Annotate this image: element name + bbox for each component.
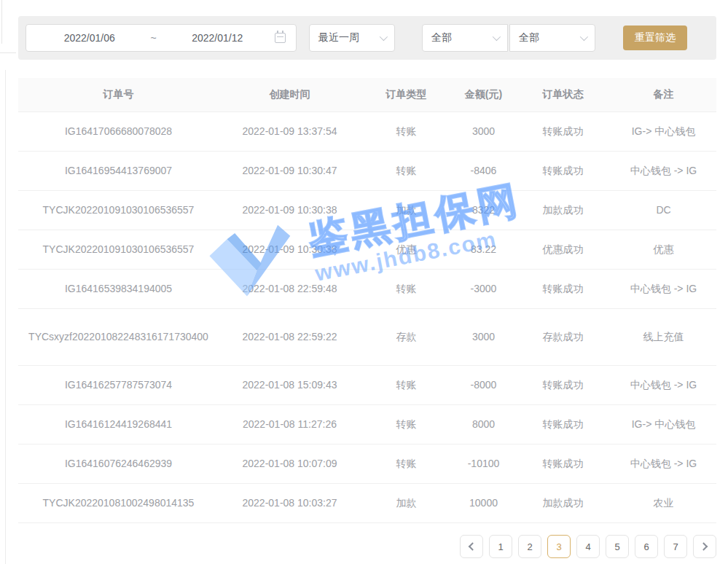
date-range-picker[interactable]: 2022/01/06 ~ 2022/01/12 (26, 24, 297, 52)
page-edge-line (0, 52, 16, 53)
cell-type: 转账 (361, 404, 452, 444)
table-row: TYCJK202201081002498014135 2022-01-08 10… (18, 483, 716, 522)
table-row: IG16416124419268441 2022-01-08 11:27:26 … (18, 404, 716, 444)
cell-remark: 农业 (611, 483, 716, 522)
cell-remark: 中心钱包 -> IG (611, 151, 716, 190)
page-button-1[interactable]: 1 (489, 535, 512, 558)
cell-type: 转账 (361, 151, 452, 190)
cell-order-no: TYCsxyzf202201082248316171730400 (18, 308, 219, 365)
table-row: IG16416954413769007 2022-01-09 10:30:47 … (18, 151, 716, 190)
table-row: IG16416076246462939 2022-01-08 10:07:09 … (18, 444, 716, 483)
cell-amount: 3000 (452, 111, 515, 151)
cell-amount: 3000 (452, 308, 515, 365)
table-row: TYCJK202201091030106536557 2022-01-09 10… (18, 190, 716, 230)
cell-status: 加款成功 (515, 483, 611, 522)
cell-order-no: TYCJK202201091030106536557 (18, 230, 219, 269)
chevron-down-icon (493, 33, 501, 41)
cell-created-at: 2022-01-08 11:27:26 (219, 404, 361, 444)
cell-type: 转账 (361, 111, 452, 151)
cell-type: 转账 (361, 269, 452, 308)
cell-status: 优惠成功 (515, 230, 611, 269)
page-button-6[interactable]: 6 (635, 535, 658, 558)
page-button-7[interactable]: 7 (664, 535, 687, 558)
cell-order-no: TYCJK202201091030106536557 (18, 190, 219, 230)
chevron-right-icon (700, 542, 708, 550)
cell-amount: -8406 (452, 151, 515, 190)
pagination: 1 2 3 4 5 6 7 (460, 535, 716, 558)
cell-type: 存款 (361, 308, 452, 365)
cell-remark: 线上充值 (611, 308, 716, 365)
start-date-input[interactable]: 2022/01/06 (36, 32, 143, 44)
cell-created-at: 2022-01-08 15:09:43 (219, 365, 361, 404)
cell-status: 转账成功 (515, 365, 611, 404)
order-status-value: 全部 (519, 31, 539, 44)
end-date-input[interactable]: 2022/01/12 (165, 32, 271, 44)
cell-created-at: 2022-01-08 22:59:22 (219, 308, 361, 365)
page-edge-line (1, 0, 2, 44)
date-range-separator: ~ (143, 32, 165, 44)
table-row: IG16416257787573074 2022-01-08 15:09:43 … (18, 365, 716, 404)
cell-amount: 8000 (452, 404, 515, 444)
col-header-created-at: 创建时间 (219, 78, 361, 111)
cell-status: 转账成功 (515, 404, 611, 444)
cell-status: 转账成功 (515, 444, 611, 483)
cell-amount: 8322 (452, 190, 515, 230)
cell-created-at: 2022-01-09 13:37:54 (219, 111, 361, 151)
cell-created-at: 2022-01-08 10:03:27 (219, 483, 361, 522)
cell-order-no: TYCJK202201081002498014135 (18, 483, 219, 522)
table-row: TYCsxyzf202201082248316171730400 2022-01… (18, 308, 716, 365)
cell-status: 转账成功 (515, 151, 611, 190)
quick-range-select[interactable]: 最近一周 (309, 24, 395, 52)
table-row: IG16416539834194005 2022-01-08 22:59:48 … (18, 269, 716, 308)
col-header-amount: 金额(元) (452, 78, 515, 111)
cell-amount: -3000 (452, 269, 515, 308)
cell-remark: 优惠 (611, 230, 716, 269)
prev-page-button[interactable] (460, 535, 483, 558)
page-button-5[interactable]: 5 (606, 535, 629, 558)
col-header-status: 订单状态 (515, 78, 611, 111)
cell-remark: IG-> 中心钱包 (611, 111, 716, 151)
cell-amount: -10100 (452, 444, 515, 483)
order-type-value: 全部 (431, 31, 452, 44)
cell-created-at: 2022-01-08 22:59:48 (219, 269, 361, 308)
cell-type: 转账 (361, 365, 452, 404)
cell-created-at: 2022-01-09 10:30:38 (219, 230, 361, 269)
page-edge-line (5, 70, 6, 564)
page-button-3-active[interactable]: 3 (547, 535, 571, 558)
order-status-select[interactable]: 全部 (509, 24, 595, 52)
table-row: TYCJK202201091030106536557 2022-01-09 10… (18, 230, 716, 269)
order-type-select[interactable]: 全部 (422, 24, 508, 52)
chevron-down-icon (380, 33, 388, 41)
col-header-type: 订单类型 (361, 78, 452, 111)
cell-order-no: IG16416124419268441 (18, 404, 219, 444)
cell-order-no: IG16417066680078028 (18, 111, 219, 151)
reset-filters-button[interactable]: 重置筛选 (623, 26, 687, 50)
cell-order-no: IG16416539834194005 (18, 269, 219, 308)
page-button-4[interactable]: 4 (576, 535, 600, 558)
chevron-down-icon (580, 33, 588, 41)
cell-amount: -8000 (452, 365, 515, 404)
cell-type: 加款 (361, 190, 452, 230)
cell-remark: IG-> 中心钱包 (611, 404, 716, 444)
cell-created-at: 2022-01-09 10:30:38 (219, 190, 361, 230)
col-header-order-no: 订单号 (18, 78, 219, 111)
page-button-2[interactable]: 2 (518, 535, 541, 558)
cell-amount: 10000 (452, 483, 515, 522)
table-row: IG16417066680078028 2022-01-09 13:37:54 … (18, 111, 716, 151)
cell-created-at: 2022-01-08 10:07:09 (219, 444, 361, 483)
filter-bar: 2022/01/06 ~ 2022/01/12 最近一周 全部 全部 重置筛选 (18, 16, 716, 60)
orders-table: 订单号 创建时间 订单类型 金额(元) 订单状态 备注 IG1641706668… (18, 78, 716, 523)
cell-remark: 中心钱包 -> IG (611, 444, 716, 483)
table-header: 订单号 创建时间 订单类型 金额(元) 订单状态 备注 (18, 78, 716, 111)
cell-remark: 中心钱包 -> IG (611, 365, 716, 404)
cell-order-no: IG16416257787573074 (18, 365, 219, 404)
cell-status: 转账成功 (515, 111, 611, 151)
cell-status: 加款成功 (515, 190, 611, 230)
calendar-icon (275, 33, 286, 43)
chevron-left-icon (469, 542, 477, 550)
cell-type: 优惠 (361, 230, 452, 269)
cell-created-at: 2022-01-09 10:30:47 (219, 151, 361, 190)
cell-remark: 中心钱包 -> IG (611, 269, 716, 308)
cell-amount: 83.22 (452, 230, 515, 269)
next-page-button[interactable] (693, 535, 716, 558)
